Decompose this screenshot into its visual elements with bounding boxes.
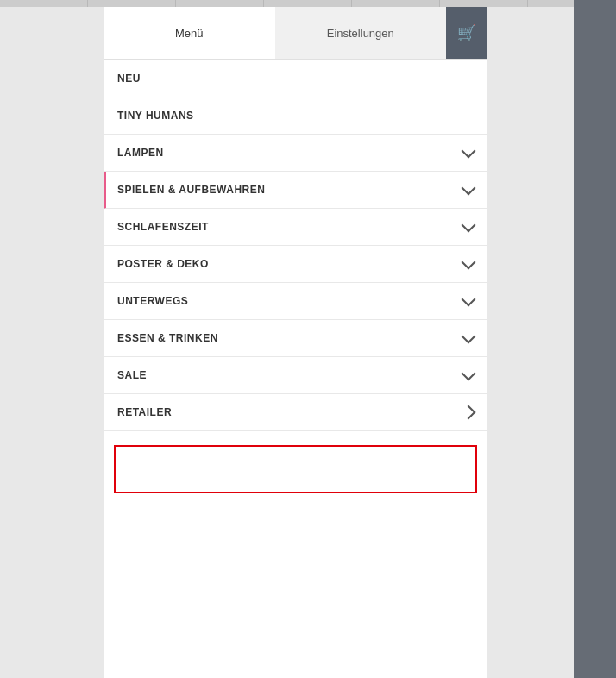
menu-item-spielen[interactable]: SPIELEN & AUFBEWAHREN bbox=[104, 172, 487, 209]
menu-item-poster-deko[interactable]: POSTER & DEKO bbox=[104, 246, 487, 283]
menu-item-sale[interactable]: SALE bbox=[104, 357, 487, 394]
menu-item-essen-trinken[interactable]: ESSEN & TRINKEN bbox=[104, 320, 487, 357]
cart-button[interactable]: 🛒 bbox=[446, 7, 487, 59]
chevron-down-icon bbox=[462, 367, 476, 381]
menu-item-tiny-humans[interactable]: TINY HUMANS bbox=[104, 97, 487, 135]
tabs-container: Menü Einstellungen 🛒 bbox=[104, 7, 487, 60]
tab-menu[interactable]: Menü bbox=[104, 7, 275, 59]
chevron-down-icon bbox=[462, 292, 476, 307]
menu-items-list: NEU TINY HUMANS LAMPEN SPIELEN & AUFBEWA… bbox=[104, 60, 487, 431]
menu-item-unterwegs[interactable]: UNTERWEGS bbox=[104, 283, 487, 320]
menu-item-schlafenszeit[interactable]: SCHLAFENSZEIT bbox=[104, 209, 487, 246]
chevron-down-icon bbox=[462, 330, 476, 344]
sidebar-right bbox=[574, 0, 616, 678]
chevron-down-icon bbox=[462, 255, 476, 270]
chevron-down-icon bbox=[462, 144, 476, 159]
cart-icon: 🛒 bbox=[457, 23, 476, 42]
menu-item-neu[interactable]: NEU bbox=[104, 60, 487, 97]
highlighted-input-box[interactable] bbox=[114, 445, 477, 493]
menu-item-lampen[interactable]: LAMPEN bbox=[104, 135, 487, 172]
chevron-right-icon bbox=[462, 405, 476, 420]
chevron-down-icon bbox=[462, 218, 476, 233]
tab-settings[interactable]: Einstellungen bbox=[275, 7, 447, 59]
chevron-down-icon bbox=[462, 181, 476, 196]
menu-item-retailer[interactable]: RETAILER bbox=[104, 394, 487, 431]
